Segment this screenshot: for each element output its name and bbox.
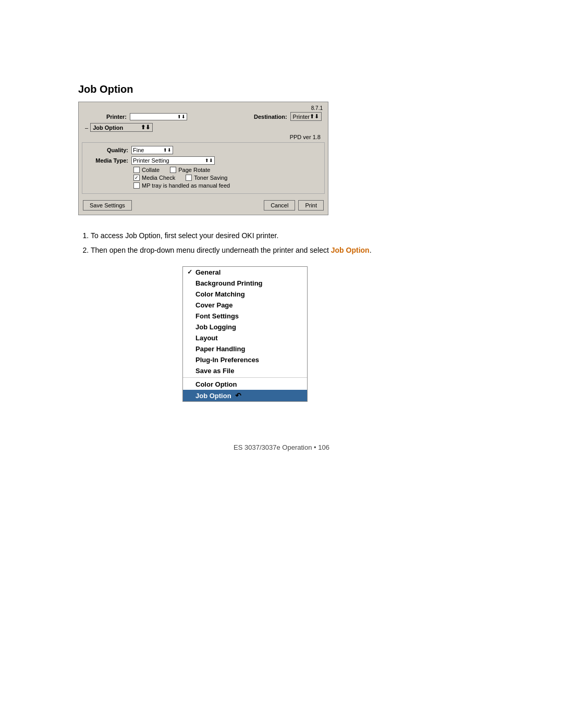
checkbox-row-1: Collate Page Rotate bbox=[133, 167, 320, 173]
destination-area: Destination: Printer ⬆⬇ bbox=[254, 112, 322, 121]
cancel-button[interactable]: Cancel bbox=[264, 200, 295, 211]
instructions-list: To access Job Option, first select your … bbox=[78, 230, 485, 257]
dialog-content-area: Quality: Fine ⬆⬇ Media Type: Printer Set… bbox=[82, 142, 325, 194]
menu-item-job-logging[interactable]: Job Logging bbox=[183, 322, 307, 332]
print-dialog: 8.7.1 Printer: ⬆⬇ Destination: Printer ⬆… bbox=[78, 102, 328, 215]
menu-item-layout[interactable]: Layout bbox=[183, 332, 307, 343]
page-footer: ES 3037/3037e Operation • 106 bbox=[78, 443, 485, 451]
printer-label: Printer: bbox=[85, 114, 127, 120]
media-type-select[interactable]: Printer Setting ⬆⬇ bbox=[131, 156, 215, 165]
quality-select[interactable]: Fine ⬆⬇ bbox=[131, 146, 173, 154]
quality-value: Fine bbox=[133, 147, 144, 153]
section-title: Job Option bbox=[78, 83, 485, 95]
menu-item-general[interactable]: General bbox=[183, 267, 307, 278]
destination-arrow-icon: ⬆⬇ bbox=[310, 113, 319, 120]
instruction-2-text-before: Then open the drop-down menu directly un… bbox=[91, 246, 331, 254]
media-type-row: Media Type: Printer Setting ⬆⬇ bbox=[87, 156, 320, 165]
menu-item-cover-page[interactable]: Cover Page bbox=[183, 300, 307, 311]
instruction-1: To access Job Option, first select your … bbox=[91, 230, 485, 242]
dialog-version: 8.7.1 bbox=[82, 105, 325, 111]
instruction-2-text-after: . bbox=[370, 246, 372, 254]
instruction-1-text: To access Job Option, first select your … bbox=[91, 231, 278, 240]
section-bar: – Job Option ⬆⬇ bbox=[82, 123, 325, 132]
media-type-label: Media Type: bbox=[87, 157, 128, 164]
print-button[interactable]: Print bbox=[298, 200, 324, 211]
cancel-print-group: Cancel Print bbox=[264, 200, 324, 211]
checkbox-media-check[interactable]: ✓ Media Check bbox=[133, 175, 175, 181]
toner-saving-label: Toner Saving bbox=[194, 175, 227, 181]
mp-tray-checkbox[interactable] bbox=[133, 182, 140, 189]
checkbox-row-2: ✓ Media Check Toner Saving bbox=[133, 175, 320, 181]
printer-select[interactable]: ⬆⬇ bbox=[130, 113, 187, 120]
checkbox-collate[interactable]: Collate bbox=[133, 167, 160, 173]
menu-item-background-printing[interactable]: Background Printing bbox=[183, 278, 307, 289]
quality-arrow-icon: ⬆⬇ bbox=[163, 147, 172, 153]
destination-label: Destination: bbox=[254, 114, 287, 120]
menu-item-save-as-file[interactable]: Save as File bbox=[183, 365, 307, 376]
menu-item-font-settings[interactable]: Font Settings bbox=[183, 311, 307, 322]
media-check-label: Media Check bbox=[142, 175, 175, 181]
destination-select[interactable]: Printer ⬆⬇ bbox=[290, 112, 322, 121]
menu-item-job-option[interactable]: Job Option ↶ bbox=[183, 390, 307, 401]
menu-item-plugin-preferences[interactable]: Plug-In Preferences bbox=[183, 354, 307, 365]
ppd-label: PPD ver 1.8 bbox=[82, 134, 325, 140]
checkbox-toner-saving[interactable]: Toner Saving bbox=[186, 175, 227, 181]
menu-item-paper-handling[interactable]: Paper Handling bbox=[183, 343, 307, 354]
menu-item-color-matching[interactable]: Color Matching bbox=[183, 289, 307, 300]
mp-tray-label: MP tray is handled as manual feed bbox=[142, 182, 230, 189]
checkbox-mp-tray[interactable]: MP tray is handled as manual feed bbox=[133, 182, 230, 189]
quality-row: Quality: Fine ⬆⬇ bbox=[87, 146, 320, 154]
checkbox-page-rotate[interactable]: Page Rotate bbox=[170, 167, 210, 173]
save-settings-button[interactable]: Save Settings bbox=[83, 200, 132, 211]
printer-destination-row: Printer: ⬆⬇ Destination: Printer ⬆⬇ bbox=[82, 112, 325, 121]
dialog-buttons: Save Settings Cancel Print bbox=[82, 198, 325, 212]
menu-item-color-option[interactable]: Color Option bbox=[183, 379, 307, 390]
cursor-icon: ↶ bbox=[235, 391, 241, 400]
toner-saving-checkbox[interactable] bbox=[186, 175, 192, 181]
collate-label: Collate bbox=[142, 167, 160, 173]
page-rotate-checkbox[interactable] bbox=[170, 167, 176, 173]
printer-arrow-icon: ⬆⬇ bbox=[177, 114, 186, 119]
media-check-checkbox[interactable]: ✓ bbox=[133, 175, 140, 181]
checkbox-row-3: MP tray is handled as manual feed bbox=[133, 182, 320, 189]
dropdown-menu: General Background Printing Color Matchi… bbox=[182, 266, 308, 402]
media-type-arrow-icon: ⬆⬇ bbox=[205, 158, 213, 163]
instruction-2-highlight: Job Option bbox=[331, 246, 370, 254]
page-rotate-label: Page Rotate bbox=[178, 167, 210, 173]
menu-divider bbox=[183, 377, 307, 378]
section-arrow-icon: ⬆⬇ bbox=[141, 124, 150, 131]
section-dropdown[interactable]: Job Option ⬆⬇ bbox=[90, 123, 153, 132]
section-label: Job Option bbox=[93, 125, 123, 131]
quality-label: Quality: bbox=[87, 147, 128, 153]
media-type-value: Printer Setting bbox=[133, 157, 169, 164]
destination-value: Printer bbox=[293, 114, 310, 120]
instruction-2: Then open the drop-down menu directly un… bbox=[91, 244, 485, 257]
collate-checkbox[interactable] bbox=[133, 167, 140, 173]
section-dash: – bbox=[85, 125, 88, 131]
